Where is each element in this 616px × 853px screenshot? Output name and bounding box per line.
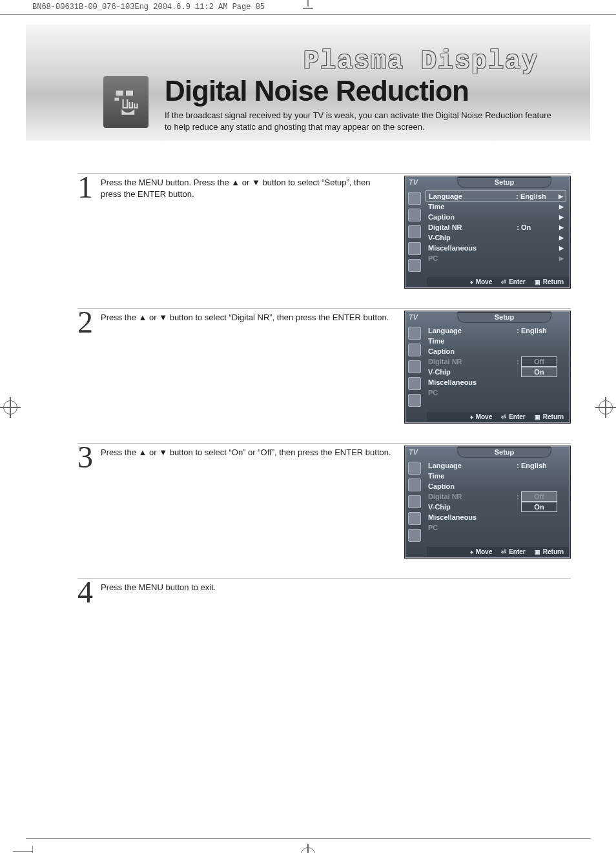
sound-icon: [408, 209, 421, 221]
opt-off: Off: [521, 356, 557, 367]
pc-icon: [408, 259, 421, 272]
return-icon: ▣: [535, 549, 540, 555]
setup-icon: [408, 242, 421, 255]
osd-row-misc: Miscellaneous▶: [426, 243, 566, 253]
step-number: 3: [77, 443, 101, 471]
svg-rect-1: [126, 90, 133, 96]
registration-mark-icon: [599, 400, 613, 415]
osd-screenshot-3: TV Setup Language:English Time Caption: [404, 446, 571, 559]
registration-mark-icon: [3, 400, 17, 415]
steps-list: 1 Press the MENU button. Press the ▲ or …: [77, 173, 571, 606]
osd-row-caption: Caption▶: [426, 212, 566, 222]
step-description: Press the MENU button. Press the ▲ or ▼ …: [101, 176, 404, 200]
osd-footer: ♦Move ⏎Enter ▣Return: [427, 412, 569, 422]
print-header: BN68-00631B-00_076-103Eng 2004.6.9 11:2 …: [0, 0, 616, 15]
step-number: 2: [77, 308, 101, 336]
osd-category-icons: [405, 188, 424, 276]
svg-rect-0: [116, 90, 123, 96]
sound-icon: [408, 344, 421, 356]
step-3: 3 Press the ▲ or ▼ button to select “On”…: [77, 443, 571, 559]
chevron-right-icon: ▶: [556, 203, 564, 210]
chevron-right-icon: ▶: [556, 234, 564, 241]
osd-row-digitalnr: Digital NR: Off: [426, 356, 566, 367]
chevron-right-icon: ▶: [555, 193, 563, 200]
section-title: Digital Noise Reduction: [165, 75, 469, 107]
chevron-right-icon: ▶: [556, 245, 564, 251]
osd-title: Setup: [458, 447, 551, 457]
osd-category-icons: [405, 323, 424, 411]
osd-row-language: Language : English ▶: [426, 190, 566, 201]
osd-row-misc: Miscellaneous: [426, 377, 566, 387]
chevron-right-icon: ▶: [556, 224, 564, 231]
osd-title: Setup: [458, 312, 551, 322]
osd-row-language: Language:English: [426, 325, 566, 336]
osd-category-icons: [405, 458, 424, 546]
osd-screenshot-2: TV Setup Language:English Time Caption: [404, 311, 571, 424]
opt-off-selected: Off: [521, 491, 557, 502]
osd-title: Setup: [458, 177, 551, 187]
osd-row-vchip: V-Chip On: [426, 502, 566, 512]
picture-icon: [408, 327, 421, 340]
osd-row-pc: PC: [426, 522, 566, 533]
chevron-right-icon: ▶: [556, 255, 564, 262]
osd-screenshot-1: TV Setup Language :: [404, 176, 571, 289]
osd-row-time: Time: [426, 471, 566, 481]
osd-footer: ♦Move ⏎Enter ▣Return: [427, 547, 569, 557]
enter-icon: ⏎: [501, 279, 506, 285]
osd-row-caption: Caption: [426, 346, 566, 356]
osd-row-vchip: V-Chip On: [426, 367, 566, 377]
step-2: 2 Press the ▲ or ▼ button to select “Dig…: [77, 308, 571, 424]
picture-icon: [408, 462, 421, 475]
osd-footer: ♦Move ⏎Enter ▣Return: [427, 277, 569, 287]
channel-icon: [408, 495, 421, 508]
opt-on: On: [521, 367, 557, 377]
osd-tv-label: TV: [405, 448, 438, 456]
step-4: 4 Press the MENU button to exit.: [77, 578, 571, 606]
hand-press-icon: [103, 76, 149, 128]
step-number: 1: [77, 173, 101, 201]
opt-on: On: [521, 502, 557, 512]
osd-tv-label: TV: [405, 178, 438, 186]
updown-icon: ♦: [470, 279, 473, 285]
step-1: 1 Press the MENU button. Press the ▲ or …: [77, 173, 571, 289]
bottom-crop-line: [26, 838, 590, 839]
pc-icon: [408, 394, 421, 407]
osd-row-caption: Caption: [426, 481, 566, 491]
step-description: Press the ▲ or ▼ button to select “On” o…: [101, 446, 404, 458]
banner: Plasma Display Digital Noise Reduction I…: [26, 25, 590, 141]
osd-row-vchip: V-Chip▶: [426, 232, 566, 243]
corner-crop-mark-icon: [13, 851, 32, 852]
step-description: Press the ▲ or ▼ button to select “Digit…: [101, 311, 404, 324]
osd-row-time: Time▶: [426, 201, 566, 212]
return-icon: ▣: [535, 279, 540, 285]
channel-icon: [408, 225, 421, 238]
osd-tv-label: TV: [405, 313, 438, 321]
updown-icon: ♦: [470, 414, 473, 420]
osd-row-time: Time: [426, 336, 566, 346]
osd-row-digitalnr: Digital NR: Off: [426, 491, 566, 502]
updown-icon: ♦: [470, 549, 473, 555]
setup-icon: [408, 512, 421, 525]
osd-row-language: Language:English: [426, 460, 566, 471]
step-description: Press the MENU button to exit.: [101, 581, 404, 593]
osd-row-digitalnr: Digital NR:On▶: [426, 222, 566, 232]
channel-icon: [408, 360, 421, 373]
sound-icon: [408, 478, 421, 491]
intro-text: If the broadcast signal received by your…: [165, 110, 552, 132]
setup-icon: [408, 377, 421, 390]
enter-icon: ⏎: [501, 414, 506, 420]
chevron-right-icon: ▶: [556, 214, 564, 220]
crop-mark-icon: [302, 0, 314, 13]
step-number: 4: [77, 578, 101, 606]
return-icon: ▣: [535, 414, 540, 420]
enter-icon: ⏎: [501, 549, 506, 555]
osd-row-misc: Miscellaneous: [426, 512, 566, 522]
pc-icon: [408, 529, 421, 542]
registration-mark-icon: [301, 847, 315, 853]
osd-row-pc: PC: [426, 387, 566, 398]
osd-row-pc: PC▶: [426, 253, 566, 263]
picture-icon: [408, 192, 421, 205]
svg-rect-2: [114, 98, 119, 100]
print-header-text: BN68-00631B-00_076-103Eng 2004.6.9 11:2 …: [32, 3, 265, 12]
brand-title: Plasma Display: [303, 47, 539, 76]
